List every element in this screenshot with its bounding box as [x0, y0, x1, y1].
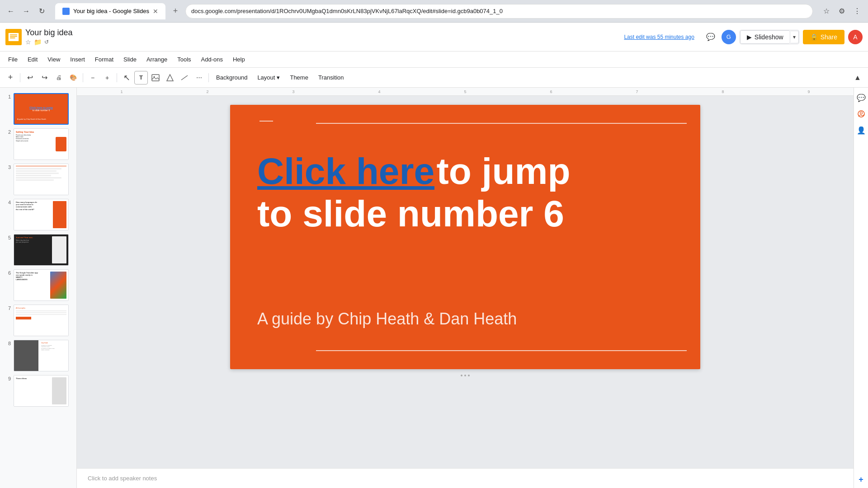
forward-button[interactable]: →: [20, 5, 33, 18]
header-right: 💬 G ▶ Slideshow ▾ 🔒 Share A: [703, 30, 863, 44]
ruler-mark-3: 4: [378, 89, 380, 94]
share-label: Share: [821, 33, 837, 41]
toolbar-sep-2: [83, 73, 83, 82]
menu-tools[interactable]: Tools: [173, 54, 195, 65]
new-tab-button[interactable]: +: [169, 5, 182, 18]
slide-num-3: 3: [4, 164, 11, 170]
slide-num-7: 7: [4, 305, 11, 311]
zoom-controls: − +: [86, 71, 114, 84]
comments-button[interactable]: 💬: [703, 30, 718, 44]
svg-rect-4: [10, 38, 15, 38]
background-button[interactable]: Background: [212, 72, 252, 83]
slide-top-line: [316, 123, 687, 124]
toolbar-right: ▲: [851, 71, 864, 84]
reload-button[interactable]: ↻: [35, 5, 48, 18]
folder-icon[interactable]: 📁: [34, 38, 42, 46]
user-avatar[interactable]: A: [848, 30, 863, 44]
menu-file[interactable]: File: [4, 54, 22, 65]
toolbar: + ↩ ↪ 🖨 🎨 − + ↖ T ⋯ Background Layout ▾ …: [0, 68, 868, 88]
canvas-scroll[interactable]: Click here to jump to slide number 6 A g…: [77, 96, 854, 468]
zoom-out-button[interactable]: −: [86, 71, 99, 84]
extensions-icon[interactable]: ⚙: [835, 5, 848, 18]
tab-close-button[interactable]: ✕: [153, 8, 158, 15]
svg-rect-1: [9, 33, 19, 41]
theme-button[interactable]: Theme: [285, 72, 312, 83]
ruler-mark-5: 6: [550, 89, 552, 94]
more-options-icon[interactable]: ⋮: [851, 5, 863, 18]
sidebar-chat-icon[interactable]: 💬: [855, 91, 868, 104]
menu-addons[interactable]: Add-ons: [197, 54, 227, 65]
sidebar-image-icon[interactable]: [855, 108, 868, 120]
slide-text-line2: to slide number 6: [257, 192, 673, 235]
slide-thumb-preview-2: Selling Your Idea Present your idea clea…: [14, 128, 69, 160]
menu-slide[interactable]: Slide: [119, 54, 141, 65]
star-icon[interactable]: ☆: [25, 38, 31, 46]
menu-format[interactable]: Format: [90, 54, 118, 65]
slide-thumbnail-4[interactable]: 4 How many languages doyou need to know …: [0, 197, 76, 232]
share-button[interactable]: 🔒 Share: [803, 30, 844, 44]
slide-main-text: Click here to jump to slide number 6: [257, 150, 673, 235]
select-tool-button[interactable]: ↖: [120, 71, 133, 84]
click-here-link[interactable]: Click here: [257, 150, 434, 192]
menu-edit[interactable]: Edit: [23, 54, 42, 65]
slide-thumbnail-9[interactable]: 9 Theme Ideas: [0, 373, 76, 408]
svg-rect-5: [152, 75, 159, 81]
paint-format-button[interactable]: 🎨: [66, 71, 80, 84]
svg-rect-3: [10, 36, 17, 37]
back-button[interactable]: ←: [5, 5, 17, 18]
text-box-button[interactable]: T: [134, 71, 148, 84]
address-bar[interactable]: docs.google.com/presentation/d/1ROchrv0U…: [185, 4, 813, 19]
image-button[interactable]: [149, 71, 162, 84]
last-edit-text[interactable]: Last edit was 55 minutes ago: [624, 34, 694, 40]
ruler-mark-7: 8: [722, 89, 724, 94]
slide-resize-handle: [461, 375, 470, 376]
undo-button[interactable]: ↩: [23, 71, 37, 84]
ruler-mark-8: 9: [807, 89, 810, 94]
shape-button[interactable]: [163, 71, 177, 84]
slideshow-dropdown-button[interactable]: ▾: [790, 31, 799, 43]
slide-thumbnail-3[interactable]: 3: [0, 162, 76, 197]
slide-thumb-preview-8: Chip Heath Professor at StanfordGraduate…: [14, 340, 69, 371]
slide-thumbnail-8[interactable]: 8 Chip Heath Professor at StanfordGradua…: [0, 338, 76, 373]
sidebar-person-icon[interactable]: 👤: [855, 124, 868, 136]
slide-thumbnail-5[interactable]: 5 Just one! Your own. Make a big claim f…: [0, 232, 76, 267]
toolbar-collapse-button[interactable]: ▲: [851, 71, 864, 84]
zoom-in-button[interactable]: +: [100, 71, 114, 84]
slide-thumbnail-6[interactable]: 6 The Google Translate appcan speak near…: [0, 267, 76, 303]
line-button[interactable]: [178, 71, 191, 84]
print-button[interactable]: 🖨: [52, 71, 66, 84]
save-status-icon: ↺: [44, 39, 49, 45]
canvas-area: 1 2 3 4 5 6 7 8 9 Click here to jump: [77, 88, 854, 488]
sidebar-add-button[interactable]: +: [859, 475, 863, 484]
slide-thumbnail-1[interactable]: 1 Click here to jump to slide number 6 A…: [0, 91, 76, 127]
browser-tab[interactable]: Your big idea - Google Slides ✕: [55, 3, 165, 19]
slide-num-4: 4: [4, 199, 11, 205]
menu-arrange[interactable]: Arrange: [142, 54, 172, 65]
menu-view[interactable]: View: [43, 54, 65, 65]
app-title[interactable]: Your big idea: [25, 28, 72, 38]
slideshow-button[interactable]: ▶ Slideshow: [740, 30, 790, 44]
tab-title: Your big idea - Google Slides: [73, 8, 149, 14]
layout-arrow-icon: ▾: [277, 74, 280, 81]
menu-help[interactable]: Help: [228, 54, 250, 65]
slide-text-line1: Click here to jump: [257, 150, 673, 192]
ruler-mark-6: 7: [636, 89, 638, 94]
more-tools-button[interactable]: ⋯: [192, 71, 206, 84]
notes-placeholder: Click to add speaker notes: [88, 475, 157, 482]
right-sidebar: 💬 👤 +: [854, 88, 868, 488]
add-button[interactable]: +: [4, 71, 17, 84]
ruler-mark-1: 2: [206, 89, 208, 94]
redo-button[interactable]: ↪: [38, 71, 51, 84]
slides-panel: 1 Click here to jump to slide number 6 A…: [0, 88, 77, 488]
main-content: 1 Click here to jump to slide number 6 A…: [0, 88, 868, 488]
transition-button[interactable]: Transition: [314, 72, 349, 83]
toolbar-sep-3: [117, 73, 117, 82]
slide-thumbnail-2[interactable]: 2 Selling Your Idea Present your idea cl…: [0, 127, 76, 162]
slide-thumbnail-7[interactable]: 7 A Examples: [0, 303, 76, 338]
notes-area[interactable]: Click to add speaker notes: [77, 468, 854, 488]
collab-avatars: G: [722, 30, 736, 44]
menu-insert[interactable]: Insert: [66, 54, 90, 65]
layout-button[interactable]: Layout ▾: [253, 72, 284, 83]
app-header: Your big idea ☆ 📁 ↺ Last edit was 55 min…: [0, 23, 868, 52]
bookmark-icon[interactable]: ☆: [820, 5, 833, 18]
